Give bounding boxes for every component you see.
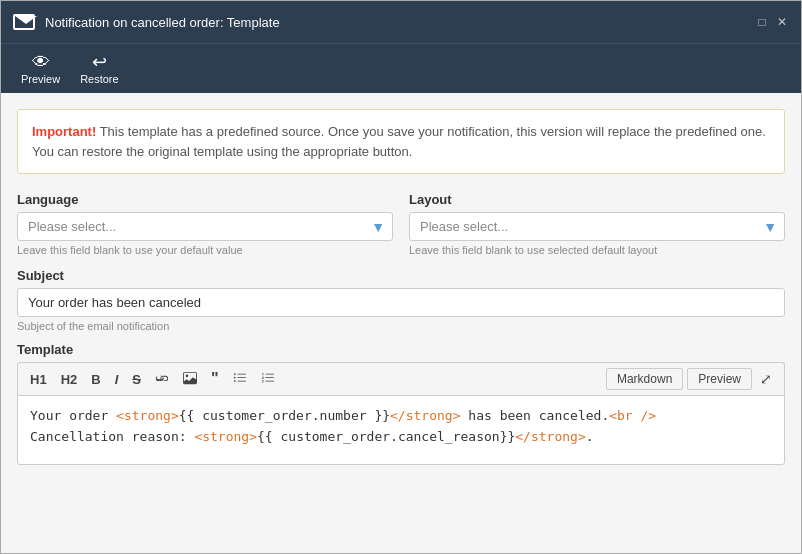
language-select-wrapper: Please select... ▼	[17, 212, 393, 241]
line1-plain: Your order	[30, 408, 116, 423]
line1-rest: has been canceled.	[461, 408, 610, 423]
preview-button[interactable]: 👁 Preview	[13, 49, 68, 89]
language-label: Language	[17, 192, 393, 207]
warning-message: This template has a predefined source. O…	[32, 124, 766, 159]
preview-label: Preview	[21, 73, 60, 85]
unordered-list-button[interactable]	[227, 368, 253, 391]
editor-toolbar: H1 H2 B I S " Markdown	[17, 362, 785, 395]
close-button[interactable]: ✕	[775, 15, 789, 29]
line1-strong-close: </strong>	[390, 408, 460, 423]
main-window: Notification on cancelled order: Templat…	[0, 0, 802, 554]
title-bar: Notification on cancelled order: Templat…	[1, 1, 801, 43]
title-bar-left: Notification on cancelled order: Templat…	[13, 14, 280, 30]
layout-select[interactable]: Please select...	[409, 212, 785, 241]
link-icon	[155, 371, 169, 385]
ul-icon	[233, 371, 247, 385]
subject-group: Subject Subject of the email notificatio…	[17, 268, 785, 332]
language-group: Language Please select... ▼ Leave this f…	[17, 192, 393, 256]
h2-button[interactable]: H2	[55, 369, 84, 390]
line2-strong-close: </strong>	[515, 429, 585, 444]
line1-br: <br />	[609, 408, 656, 423]
window-controls: □ ✕	[755, 15, 789, 29]
warning-banner: Important! This template has a predefine…	[17, 109, 785, 174]
line2-end: .	[586, 429, 594, 444]
layout-label: Layout	[409, 192, 785, 207]
language-layout-row: Language Please select... ▼ Leave this f…	[17, 192, 785, 256]
editor-line-2: Cancellation reason: <strong>{{ customer…	[30, 427, 772, 448]
link-button[interactable]	[149, 368, 175, 391]
image-icon	[183, 371, 197, 385]
language-hint: Leave this field blank to use your defau…	[17, 244, 393, 256]
important-label: Important!	[32, 124, 96, 139]
preview-icon: 👁	[32, 53, 50, 71]
restore-label: Restore	[80, 73, 119, 85]
quote-button[interactable]: "	[205, 367, 225, 391]
strikethrough-button[interactable]: S	[126, 369, 147, 390]
subject-hint: Subject of the email notification	[17, 320, 785, 332]
line2-plain: Cancellation reason:	[30, 429, 194, 444]
restore-button[interactable]: ↩ Restore	[72, 49, 127, 89]
preview-mode-button[interactable]: Preview	[687, 368, 752, 390]
layout-select-wrapper: Please select... ▼	[409, 212, 785, 241]
mail-icon	[13, 14, 35, 30]
template-section: Template H1 H2 B I S "	[17, 342, 785, 465]
layout-group: Layout Please select... ▼ Leave this fie…	[409, 192, 785, 256]
template-label: Template	[17, 342, 785, 357]
subject-input[interactable]	[17, 288, 785, 317]
ol-icon	[261, 371, 275, 385]
ordered-list-button[interactable]	[255, 368, 281, 391]
subject-label: Subject	[17, 268, 785, 283]
italic-button[interactable]: I	[109, 369, 125, 390]
h1-button[interactable]: H1	[24, 369, 53, 390]
line2-strong-open: <strong>	[194, 429, 257, 444]
editor-line-1: Your order <strong>{{ customer_order.num…	[30, 406, 772, 427]
markdown-mode-button[interactable]: Markdown	[606, 368, 683, 390]
line1-variable: {{ customer_order.number }}	[179, 408, 390, 423]
restore-icon: ↩	[92, 53, 107, 71]
line1-strong-open: <strong>	[116, 408, 179, 423]
window-title: Notification on cancelled order: Templat…	[45, 15, 280, 30]
line2-variable: {{ customer_order.cancel_reason}}	[257, 429, 515, 444]
toolbar: 👁 Preview ↩ Restore	[1, 43, 801, 93]
maximize-button[interactable]: □	[755, 15, 769, 29]
content-area: Important! This template has a predefine…	[1, 93, 801, 553]
layout-hint: Leave this field blank to use selected d…	[409, 244, 785, 256]
editor-content[interactable]: Your order <strong>{{ customer_order.num…	[17, 395, 785, 465]
language-select[interactable]: Please select...	[17, 212, 393, 241]
expand-button[interactable]: ⤢	[754, 368, 778, 390]
bold-button[interactable]: B	[85, 369, 106, 390]
image-button[interactable]	[177, 368, 203, 391]
